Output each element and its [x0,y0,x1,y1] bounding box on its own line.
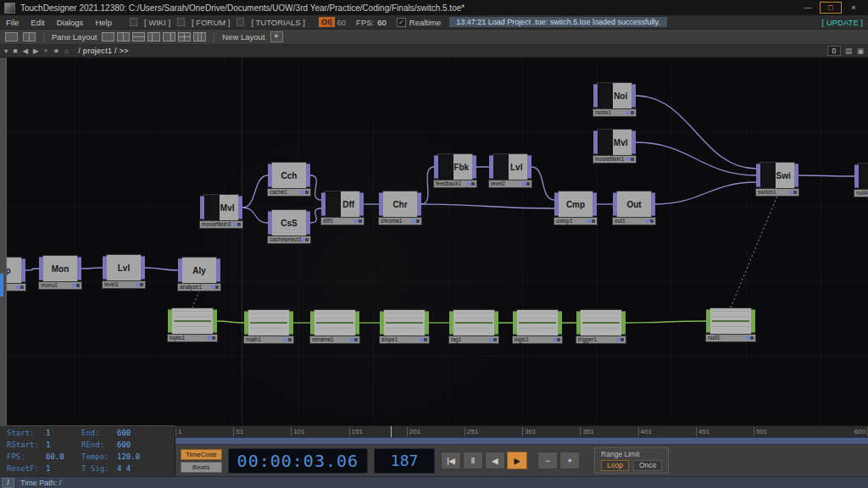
split-view-icon[interactable]: ▣ [857,47,864,55]
node-output-connector[interactable] [494,311,498,335]
pane-preset-split-left-third[interactable] [147,32,160,42]
add-bookmark-icon[interactable]: + [44,47,48,55]
forward-icon[interactable]: ▶ [33,47,39,55]
node-topto1[interactable]: topto1 [168,308,217,334]
node-flags[interactable] [301,191,309,194]
wire-out1-to-switch1[interactable] [655,182,756,204]
link-forum[interactable]: [ FORUM ] [192,18,230,27]
node-cacheselect1[interactable]: CsScacheselect1 [268,210,310,236]
wire-mono1-to-level1[interactable] [81,268,103,269]
node-output-connector[interactable] [593,192,597,216]
breadcrumb[interactable]: / project1 / >> [78,47,129,55]
titlebar[interactable]: TouchDesigner 2021.12380: C:/Users/Sarah… [0,0,868,15]
pane-preset-single[interactable] [102,32,114,42]
node-output-connector[interactable] [425,311,429,335]
node-flags[interactable] [208,336,215,340]
node-input-connector[interactable] [449,311,453,335]
node-level2[interactable]: Lvllevel2 [489,154,531,180]
node-flags[interactable] [587,219,595,223]
node-input-connector[interactable] [168,309,172,333]
node-input-connector[interactable] [268,211,272,235]
node-output-connector[interactable] [238,196,242,219]
node-flags[interactable] [350,338,358,341]
node-output-connector[interactable] [632,84,636,108]
node-output-connector[interactable] [21,258,25,282]
node-flags[interactable] [616,338,624,341]
node-flags[interactable] [489,338,497,341]
setting-value[interactable]: 1 [46,441,81,450]
setting-value[interactable]: 120.0 [117,452,170,462]
pane-preset-split-vertical[interactable] [117,32,130,42]
timeline-scrollbar[interactable] [175,437,868,445]
wire-analyze1-to-topto1[interactable] [192,291,199,308]
update-link[interactable]: [ UPDATE ] [822,18,863,27]
node-output-connector[interactable] [289,311,293,335]
node-lag1[interactable]: lag1 [449,310,498,336]
wire-null3-to-switch1[interactable] [731,196,777,308]
pane-preset-split-horizontal[interactable] [132,32,145,42]
timecode-mode-button[interactable]: TimeCode [181,449,222,460]
node-moviefilein3[interactable]: MvImoviefilein3 [200,195,242,220]
zoom-out-button[interactable]: − [537,452,558,469]
node-input-connector[interactable] [513,311,517,335]
overlay-count-box[interactable]: 0 [827,46,841,56]
node-flags[interactable] [522,182,530,186]
wire-cacheselect1-to-diff1[interactable] [310,208,321,223]
play-reverse-button[interactable]: ◀ [485,452,505,469]
wire-level2-to-comp1[interactable] [531,167,554,200]
network-editor[interactable]: Noinoise1MvImoviefilein1MvImoviefilein3C… [0,58,868,425]
node-input-connector[interactable] [268,164,272,187]
wire-moviefilein3-to-cacheselect1[interactable] [242,208,268,223]
node-flags[interactable] [467,182,475,186]
wire-flip1-to-mono1[interactable] [25,269,39,270]
node-input-connector[interactable] [103,256,107,280]
node-output-connector[interactable] [355,311,359,335]
wire-trigger1-to-null3[interactable] [626,321,706,323]
node-switch1[interactable]: Swiswitch1 [756,163,798,188]
node-math1[interactable]: math1 [244,310,293,336]
setting-value[interactable]: 600 [117,441,170,450]
node-output-connector[interactable] [472,155,476,179]
wire-level1-to-analyze1[interactable] [145,268,178,270]
setting-value[interactable]: 4 4 [117,464,170,474]
node-comp1[interactable]: Cmpcomp1 [554,191,597,217]
node-flags[interactable] [284,338,292,341]
stop-icon[interactable]: ■ [13,47,17,55]
node-output-connector[interactable] [216,258,220,282]
bookmark-star-icon[interactable]: ★ [53,47,59,55]
setting-value[interactable]: 1 [46,429,81,438]
node-diff1[interactable]: Dffdiff1 [321,191,364,217]
wire-chroma1-to-feedback1[interactable] [421,167,434,204]
menu-dialogs[interactable]: Dialogs [56,18,85,27]
performance-monitor-badge[interactable]: O!| [319,17,335,27]
node-output-connector[interactable] [141,256,145,280]
playhead[interactable] [391,426,392,437]
pause-button[interactable]: ‖ [463,452,483,469]
node-null3[interactable]: null3 [706,308,755,334]
node-output-connector[interactable] [527,155,531,179]
maximize-button[interactable]: □ [820,2,842,14]
wire-moviefilein3-to-cache1[interactable] [242,175,268,208]
node-input-connector[interactable] [380,311,384,335]
node-input-connector[interactable] [244,311,248,335]
minimize-button[interactable]: — [798,2,818,14]
node-input-connector[interactable] [706,309,710,333]
wire-cache1-to-diff1[interactable] [310,175,321,200]
node-output-connector[interactable] [558,311,562,335]
node-flags[interactable] [72,284,80,287]
new-layout-add-button[interactable]: + [270,31,283,42]
node-null4[interactable]: null4 [854,164,868,189]
link-wiki[interactable]: [ WIKI ] [144,18,170,27]
split-pane-icon[interactable] [23,32,36,42]
pane-icon[interactable] [5,32,18,42]
pane-preset-split-right-third[interactable] [163,32,175,42]
realtime-checkbox[interactable]: ✓ [397,18,406,27]
play-button[interactable]: ▶ [507,452,527,469]
node-output-connector[interactable] [306,164,310,187]
node-flags[interactable] [626,111,634,114]
wire-switch1-to-null4[interactable] [798,175,854,176]
loop-button[interactable]: Loop [601,460,629,471]
menu-help[interactable]: Help [94,18,113,27]
node-flags[interactable] [412,219,420,223]
home-icon[interactable]: ⌂ [64,47,69,55]
